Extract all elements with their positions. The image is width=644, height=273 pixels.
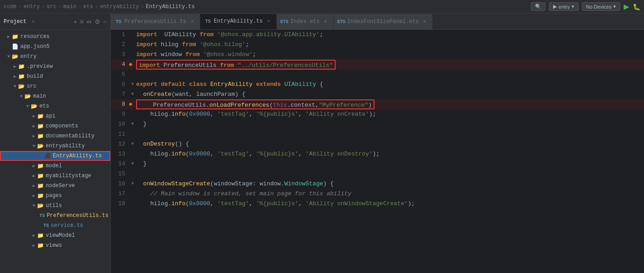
tree-item-utils[interactable]: ▼ 📂 utils — [0, 201, 110, 211]
code-text: onCreate(want, launchParam) { — [136, 89, 246, 99]
tree-label: entryability — [46, 143, 85, 149]
tree-label: service.ts — [51, 222, 83, 229]
folder-open-icon: 📂 — [24, 93, 31, 100]
minimize-button[interactable]: − — [103, 18, 107, 25]
tree-item-resources[interactable]: ▶ 📁 resources — [0, 32, 110, 42]
line-number: 18 — [111, 199, 129, 209]
tree-item-views[interactable]: ▶ 📁 views — [0, 240, 110, 250]
folder-icon: 📁 — [37, 242, 44, 249]
tree-item-app-json5[interactable]: ▶ 📄 app.json5 — [0, 42, 110, 52]
code-line-18: 18 hilog.info(0x0000, 'testTag', '%{publ… — [111, 199, 644, 209]
tree-item-build[interactable]: ▶ 📁 build — [0, 71, 110, 81]
tab-index-fontsize[interactable]: ETS IndexFontSizePanel.ets × — [334, 14, 433, 29]
tree-label: build — [27, 73, 43, 80]
line-number: 4 — [111, 60, 129, 70]
tree-item-myabilitystage[interactable]: ▶ 📁 myabilitystage — [0, 171, 110, 181]
tree-label: PreferencesUtils.ts — [47, 212, 109, 219]
tree-item-nodeserve[interactable]: ▶ 📁 nodeServe — [0, 181, 110, 191]
tree-item-entry[interactable]: ▼ 📂 entry — [0, 52, 110, 61]
folder-open-icon: 📂 — [31, 103, 38, 110]
tree-label: src — [27, 83, 37, 89]
code-text: import PreferenceUtils from "../utils/Pr… — [136, 60, 336, 70]
top-bar-right: 🔍 ▶ entry ▾ No Devices ▾ ▶ 🐛 — [531, 2, 640, 11]
tree-label: nodeServe — [46, 183, 75, 189]
breadcrumb-ets[interactable]: ets — [83, 4, 93, 10]
tree-item-preview[interactable]: ▶ 📁 .preview — [0, 61, 110, 71]
folder-icon: 📁 — [37, 163, 44, 169]
tree-item-components[interactable]: ▶ 📁 components — [0, 121, 110, 131]
settings-button[interactable]: ⚙ — [95, 18, 100, 25]
breadcrumb-entryability[interactable]: entryability — [100, 4, 139, 10]
code-line-1: 1 import UIAbility from '@ohos.app.abili… — [111, 30, 644, 40]
line-number: 9 — [111, 109, 129, 119]
line-number: 7 — [111, 89, 129, 99]
editor-area: TS PreferencesUtils.ts × TS EntryAbility… — [111, 14, 644, 273]
ts-tab-icon-active: TS — [205, 18, 211, 24]
top-bar: code › entry › src › main › ets › entrya… — [0, 0, 644, 14]
breadcrumb-main[interactable]: main — [63, 4, 76, 10]
tree-arrow-nodeserve: ▶ — [31, 183, 37, 188]
entry-dropdown[interactable]: ▶ entry ▾ — [549, 2, 578, 11]
tree-item-preferences-utils[interactable]: ▶ TS PreferencesUtils.ts — [0, 211, 110, 221]
tree-arrow-model: ▶ — [31, 163, 37, 169]
tree-label: pages — [46, 193, 62, 199]
ets-tab-icon: ETS — [281, 19, 288, 25]
tab-close-index[interactable]: × — [322, 19, 329, 25]
tab-preferences-utils[interactable]: TS PreferencesUtils.ts × — [111, 14, 200, 29]
tab-entry-ability[interactable]: TS EntryAbility.ts × — [200, 14, 277, 29]
tree-arrow-documentability: ▶ — [31, 133, 37, 139]
code-text: export default class EntryAbility extend… — [136, 80, 323, 89]
folder-icon: 📁 — [37, 123, 44, 130]
sync-button[interactable]: ⇔ — [86, 18, 92, 25]
no-devices-dropdown[interactable]: No Devices ▾ — [582, 2, 620, 11]
tab-close-fontsize[interactable]: × — [421, 19, 428, 25]
sidebar-tree[interactable]: ▶ 📁 resources ▶ 📄 app.json5 ▼ 📂 entry — [0, 30, 110, 273]
folder-icon: 📁 — [37, 173, 44, 179]
ts-icon: TS — [39, 213, 45, 218]
tree-item-api[interactable]: ▶ 📁 api — [0, 111, 110, 121]
tree-item-service-ts[interactable]: ▶ TS service.ts — [0, 221, 110, 231]
tree-item-src[interactable]: ▼ 📂 src — [0, 81, 110, 91]
main-area: Project ▾ + ≡ ⇔ ⚙ − ▶ 📁 resources ▶ — [0, 14, 644, 273]
run-button[interactable]: ▶ — [624, 2, 629, 11]
tree-label: components — [46, 123, 78, 129]
tree-item-ets[interactable]: ▼ 📂 ets — [0, 101, 110, 111]
search-button[interactable]: 🔍 — [531, 2, 545, 11]
breadcrumb-file[interactable]: EntryAbility.ts — [146, 4, 195, 10]
tree-label: ets — [39, 103, 49, 109]
line-number: 2 — [111, 40, 129, 50]
tab-close-entry[interactable]: × — [265, 18, 272, 24]
breadcrumb-code[interactable]: code — [4, 4, 17, 10]
tree-item-documentability[interactable]: ▶ 📁 documentability — [0, 131, 110, 141]
ts-icon: TS — [43, 223, 49, 228]
breadcrumb-src[interactable]: src — [47, 4, 57, 10]
tree-item-viewmodel[interactable]: ▶ 📁 viewModel — [0, 231, 110, 240]
tree-arrow-preview: ▶ — [12, 64, 18, 69]
code-text: import UIAbility from '@ohos.app.ability… — [136, 30, 323, 40]
collapse-button[interactable]: ≡ — [80, 18, 84, 25]
tree-label: resources — [20, 33, 50, 40]
tree-label: api — [46, 113, 56, 119]
ts-tab-icon: TS — [115, 19, 122, 25]
debug-button[interactable]: 🐛 — [633, 3, 640, 10]
folder-open-icon: 📂 — [37, 202, 44, 209]
code-line-2: 2 import hilog from '@ohos.hilog'; — [111, 40, 644, 50]
tab-close-preferences[interactable]: × — [189, 19, 195, 25]
code-text: // Main window is created, set main page… — [136, 189, 351, 199]
tree-label: main — [33, 93, 46, 99]
add-file-button[interactable]: + — [73, 18, 77, 25]
tab-index-ets[interactable]: ETS Index.ets × — [277, 14, 334, 29]
code-area[interactable]: 1 import UIAbility from '@ohos.app.abili… — [111, 30, 644, 273]
tree-label: myabilitystage — [46, 173, 91, 179]
folder-open-icon: 📂 — [12, 53, 19, 60]
code-line-13: 13 hilog.info(0x0000, 'testTag', '%{publ… — [111, 149, 644, 159]
tree-item-model[interactable]: ▶ 📁 model — [0, 161, 110, 171]
tab-label: IndexFontSizePanel.ets — [347, 19, 419, 25]
tree-item-pages[interactable]: ▶ 📁 pages — [0, 191, 110, 201]
tree-item-main[interactable]: ▼ 📂 main — [0, 91, 110, 101]
breadcrumb-entry[interactable]: entry — [24, 4, 40, 10]
tree-arrow-src: ▼ — [12, 84, 18, 89]
tree-item-entryability[interactable]: ▼ 📂 entryability — [0, 141, 110, 151]
tree-item-entryability-ts[interactable]: ▶ ⬛ EntryAbility.ts — [0, 151, 110, 161]
code-text: onDestroy() { — [136, 139, 189, 149]
